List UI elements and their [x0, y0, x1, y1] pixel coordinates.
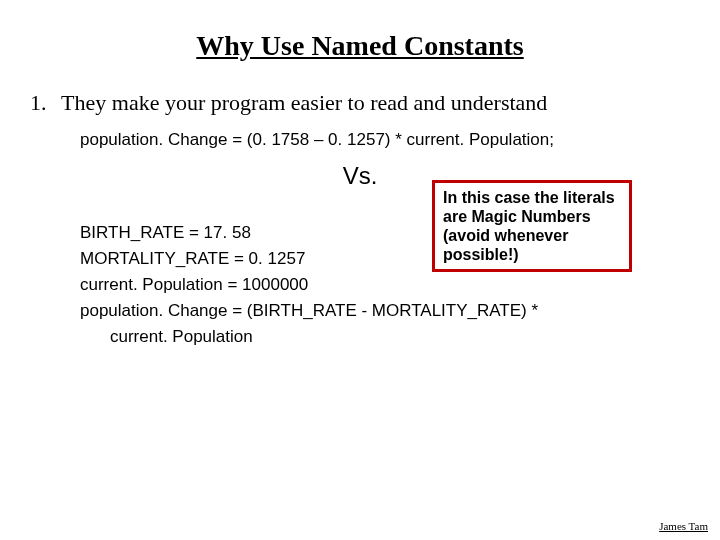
bullet-number: 1. — [30, 90, 56, 116]
author-credit: James Tam — [659, 520, 708, 532]
slide: Why Use Named Constants 1. They make you… — [0, 0, 720, 540]
callout-box-magic-numbers: In this case the literals are Magic Numb… — [432, 180, 632, 272]
code-line: current. Population = 1000000 — [80, 272, 660, 298]
slide-title: Why Use Named Constants — [0, 30, 720, 62]
code-example-literals: population. Change = (0. 1758 – 0. 1257)… — [80, 130, 554, 150]
code-line: population. Change = (BIRTH_RATE - MORTA… — [80, 298, 660, 324]
code-line: current. Population — [80, 324, 660, 350]
bullet-item-1: 1. They make your program easier to read… — [30, 90, 690, 116]
bullet-text: They make your program easier to read an… — [61, 90, 547, 115]
